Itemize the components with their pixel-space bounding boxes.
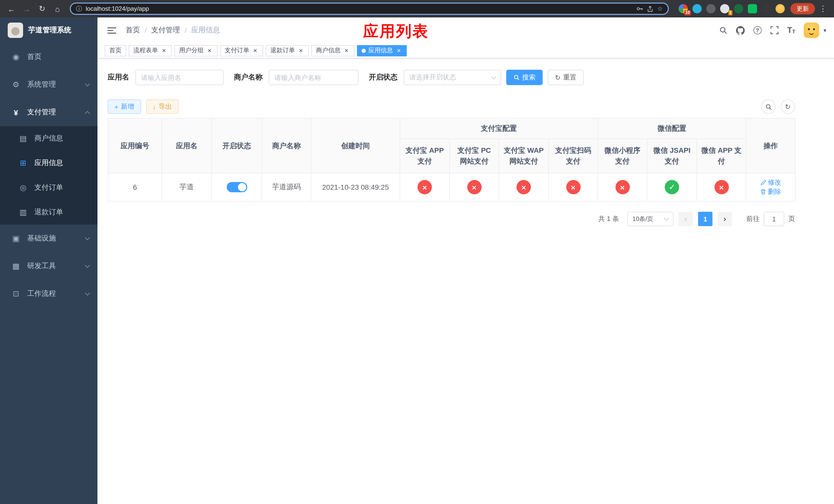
app-name-input[interactable] [135, 70, 224, 85]
close-icon[interactable]: × [298, 47, 304, 54]
edit-button[interactable]: 修改 [760, 178, 781, 187]
tab-home[interactable]: 首页 [105, 45, 126, 56]
sidebar-item-system[interactable]: ⚙ 系统管理 [0, 71, 97, 98]
col-header-status: 开启状态 [212, 118, 262, 173]
tab-user-group[interactable]: 用户分组× [174, 45, 218, 56]
page-number-button[interactable]: 1 [698, 212, 712, 226]
cell-app-id: 6 [108, 173, 162, 201]
cell-status [212, 173, 262, 201]
active-dot [361, 48, 366, 52]
alipay-qr-status-icon: × [566, 180, 580, 194]
profile-avatar-icon[interactable] [775, 4, 785, 13]
sidebar-item-refund-order[interactable]: ▥ 退款订单 [0, 200, 97, 225]
tab-app-info[interactable]: 应用信息× [357, 45, 407, 56]
help-icon[interactable]: ? [753, 26, 762, 35]
breadcrumb-current: 应用信息 [191, 26, 220, 35]
breadcrumb-item[interactable]: 支付管理 [151, 26, 180, 35]
export-button[interactable]: ↓ 导出 [146, 99, 178, 114]
extension-icon[interactable]: 10 [679, 4, 688, 13]
col-header-alipay-app: 支付宝 APP 支付 [400, 139, 449, 173]
bookmark-star-icon[interactable]: ☆ [657, 5, 663, 12]
document-icon: ▥ [18, 208, 29, 217]
close-icon[interactable]: × [252, 47, 259, 54]
sidebar-logo: 芋道管理系统 [0, 18, 97, 43]
merchant-name-input[interactable] [269, 70, 358, 85]
extension-icon[interactable] [748, 4, 757, 13]
back-icon[interactable]: ← [4, 2, 19, 16]
tab-refund-order[interactable]: 退款订单× [266, 45, 309, 56]
user-avatar[interactable] [804, 23, 819, 38]
logo-avatar [8, 23, 23, 38]
extension-badge: 1 [728, 10, 732, 15]
wechat-app-status-icon: × [714, 180, 729, 194]
cell-app-name: 芋道 [162, 173, 212, 201]
status-toggle[interactable] [226, 182, 247, 192]
chevron-down-icon [85, 262, 90, 268]
extension-icon[interactable] [693, 4, 702, 13]
sidebar-item-label: 退款订单 [35, 208, 63, 217]
filter-form: 应用名 商户名称 开启状态 请选择开启状态 搜索 [108, 70, 824, 85]
group-header-wechat: 微信配置 [598, 118, 746, 139]
prev-page-button[interactable]: ‹ [679, 212, 693, 226]
next-page-button[interactable]: › [718, 212, 732, 226]
gear-icon: ⚙ [10, 80, 22, 89]
reset-button[interactable]: ↻ 重置 [548, 70, 584, 85]
toggle-search-button[interactable] [761, 99, 775, 114]
tab-pay-order[interactable]: 支付订单× [220, 45, 263, 56]
search-button[interactable]: 搜索 [506, 70, 543, 85]
share-icon[interactable] [647, 5, 654, 12]
close-icon[interactable]: × [160, 47, 167, 54]
search-icon[interactable] [719, 26, 727, 35]
address-bar[interactable]: ⓘ localhost:1024/pay/app ☆ [70, 3, 669, 15]
tab-process-form[interactable]: 流程表单× [129, 45, 172, 56]
home-icon[interactable]: ⌂ [50, 2, 65, 16]
app-shell: 芋道管理系统 ◉ 首页 ⚙ 系统管理 ¥ 支付管理 [0, 18, 834, 504]
github-icon[interactable] [736, 26, 745, 35]
chevron-up-icon [85, 111, 90, 116]
delete-button[interactable]: 删除 [760, 187, 781, 197]
page-size-select[interactable]: 10条/页 [627, 212, 674, 226]
sidebar-item-pay-order[interactable]: ◎ 支付订单 [0, 175, 97, 200]
sidebar-fold-icon[interactable] [105, 24, 118, 36]
refresh-table-button[interactable]: ↻ [781, 99, 795, 114]
extension-icon[interactable] [706, 4, 716, 13]
tabs-bar: 首页 流程表单× 用户分组× 支付订单× 退款订单× 商户信息× 应用信息× [97, 43, 834, 59]
extension-icon[interactable] [762, 4, 771, 13]
fullscreen-icon[interactable] [770, 26, 778, 35]
sidebar-item-label: 支付订单 [35, 183, 63, 192]
app-name-label: 应用名 [108, 73, 129, 82]
avatar-caret-icon[interactable]: ▾ [824, 27, 826, 33]
site-info-icon[interactable]: ⓘ [76, 4, 82, 13]
extension-icon[interactable] [734, 4, 743, 13]
browser-update-button[interactable]: 更新 [790, 3, 815, 14]
password-key-icon[interactable] [636, 5, 643, 12]
sidebar-item-label: 工作流程 [27, 289, 56, 298]
breadcrumb-item[interactable]: 首页 [126, 26, 140, 35]
col-header-wechat-jsapi: 微信 JSAPI 支付 [647, 139, 697, 173]
download-icon: ↓ [153, 103, 156, 111]
forward-icon[interactable]: → [20, 2, 34, 16]
table-toolbar: + 新增 ↓ 导出 ↻ [108, 99, 795, 114]
close-icon[interactable]: × [395, 47, 402, 54]
tab-merchant-info[interactable]: 商户信息× [311, 45, 354, 56]
browser-menu-icon[interactable]: ⋮ [816, 4, 830, 13]
add-button[interactable]: + 新增 [108, 99, 141, 114]
sidebar-item-label: 商户信息 [35, 134, 63, 143]
card-icon: ▤ [18, 134, 29, 143]
status-select[interactable]: 请选择开启状态 [404, 70, 501, 85]
font-size-icon[interactable]: TT [787, 26, 795, 35]
goto-page-input[interactable] [764, 212, 784, 226]
close-icon[interactable]: × [343, 47, 350, 54]
sidebar-item-workflow[interactable]: ⊡ 工作流程 [0, 280, 97, 307]
sidebar-item-devtools[interactable]: ▦ 研发工具 [0, 252, 97, 280]
extension-icon[interactable]: 1 [720, 4, 729, 13]
close-icon[interactable]: × [206, 47, 213, 54]
sidebar-item-app-info[interactable]: ⊞ 应用信息 [0, 151, 97, 175]
col-header-actions: 操作 [746, 118, 795, 173]
col-header-alipay-pc: 支付宝 PC 网站支付 [449, 139, 499, 173]
reload-icon[interactable]: ↻ [35, 2, 49, 16]
sidebar-item-merchant-info[interactable]: ▤ 商户信息 [0, 126, 97, 151]
sidebar-item-infrastructure[interactable]: ▣ 基础设施 [0, 225, 97, 252]
sidebar-item-payment[interactable]: ¥ 支付管理 [0, 98, 97, 126]
sidebar-item-home[interactable]: ◉ 首页 [0, 43, 97, 71]
